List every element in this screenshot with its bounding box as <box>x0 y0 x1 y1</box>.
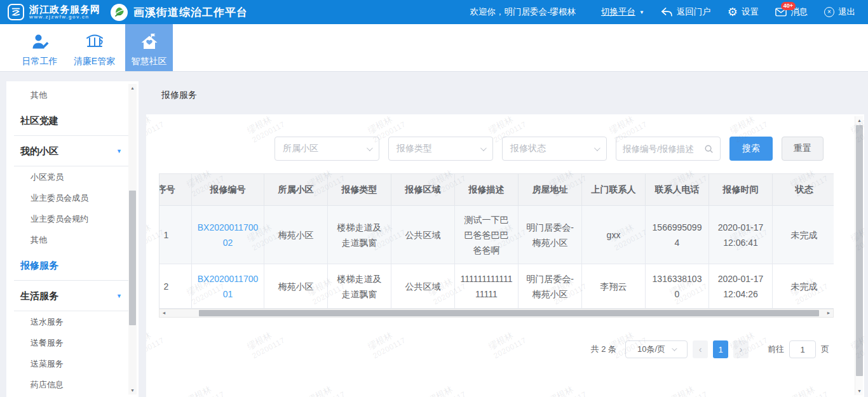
panel-vertical-scrollbar[interactable]: ▲ ▼ <box>855 116 863 395</box>
platform-title: 画溪街道综治工作平台 <box>133 5 248 20</box>
sidebar-item[interactable]: 生活服务▼ <box>14 281 130 311</box>
back-arrow-icon <box>661 7 673 17</box>
scroll-up-icon[interactable]: ▲ <box>128 84 137 92</box>
repair-code-link[interactable]: BX202001170002 <box>198 222 259 248</box>
user-pencil-icon <box>31 32 50 51</box>
table-header-row: 序号报修编号所属小区报修类型报修区域报修描述房屋地址上门联系人联系人电话报修时间… <box>159 174 834 206</box>
watermark: 缪根林20200117 <box>306 380 347 397</box>
keyword-search-input[interactable] <box>623 144 704 154</box>
house-heart-icon <box>140 32 159 51</box>
sidebar-item[interactable]: 小区党员 <box>6 166 139 187</box>
scroll-left-icon[interactable]: ◄ <box>159 309 168 317</box>
page-size-value: 10条/页 <box>637 344 665 355</box>
table-cell-type: 楼梯走道及走道飘窗 <box>328 264 391 309</box>
table-column-header: 房屋地址 <box>519 174 582 206</box>
table-column-header: 报修时间 <box>709 174 773 206</box>
envelope-icon-wrap: 40+ <box>775 8 787 17</box>
scroll-down-icon[interactable]: ▼ <box>855 387 864 395</box>
table-cell-contact: 李翔云 <box>582 264 646 309</box>
tab-label: 日常工作 <box>22 56 58 67</box>
goto-prefix-label: 前往 <box>768 344 784 355</box>
brand-area: 浙江政务服务网 www.zjzwfw.gov.cn 画溪街道综治工作平台 <box>0 4 248 21</box>
table-column-header: 上门联系人 <box>582 174 646 206</box>
table-column-header: 所属小区 <box>264 174 328 206</box>
goto-page-group: 前往 页 <box>768 340 829 358</box>
main-content-column: 报修服务 缪根林20200117缪根林20200117缪根林20200117缪根… <box>141 72 868 397</box>
prev-page-button[interactable]: ‹ <box>693 340 708 358</box>
sidebar-item[interactable]: 药店信息 <box>6 374 139 395</box>
sidebar-item[interactable]: 业主委员会规约 <box>6 208 139 229</box>
sidebar-item[interactable]: 社区党建 <box>14 105 130 136</box>
top-header-bar: 浙江政务服务网 www.zjzwfw.gov.cn 画溪街道综治工作平台 欢迎你… <box>0 0 868 24</box>
repair-type-select[interactable]: 报修类型 <box>388 137 493 161</box>
sidebar-column: 其他社区党建我的小区▼小区党员业主委员会成员业主委员会规约其他报修服务生活服务▼… <box>0 72 141 397</box>
table-column-header: 报修描述 <box>455 174 519 206</box>
sidebar-item[interactable]: 送菜服务 <box>6 353 139 374</box>
sidebar-item[interactable]: 其他 <box>6 229 139 250</box>
chevron-down-icon <box>480 145 487 151</box>
site-url: www.zjzwfw.gov.cn <box>29 15 100 20</box>
community-select-placeholder: 所属小区 <box>283 143 318 154</box>
repair-status-select[interactable]: 报修状态 <box>502 137 607 161</box>
caret-down-icon: ▼ <box>639 10 644 15</box>
table-row: 1BX202001170002梅苑小区楼梯走道及走道飘窗公共区域测试一下巴巴爸爸… <box>159 206 834 264</box>
current-page-button[interactable]: 1 <box>713 340 728 358</box>
settings-button[interactable]: ⚙ 设置 <box>728 6 759 18</box>
watermark: 缪根林20200117 <box>426 380 468 397</box>
tab-daily-work[interactable]: 日常工作 <box>16 24 64 71</box>
page-size-select[interactable]: 10条/页 <box>625 340 688 358</box>
scroll-up-icon[interactable]: ▲ <box>855 116 864 124</box>
table-cell-community: 梅苑小区 <box>264 264 328 309</box>
goto-page-input[interactable] <box>789 340 816 358</box>
scroll-down-icon[interactable]: ▼ <box>128 386 137 394</box>
switch-platform-button[interactable]: 切换平台 ▼ <box>601 6 644 18</box>
sidebar-item[interactable]: 送水服务 <box>6 311 139 332</box>
horizontal-scrollbar-thumb[interactable] <box>199 310 819 316</box>
site-name: 浙江政务服务网 <box>29 4 100 15</box>
tab-label: 智慧社区 <box>132 56 167 67</box>
reset-button[interactable]: 重置 <box>782 137 824 161</box>
table-horizontal-scrollbar[interactable]: ◄ ► <box>159 309 834 318</box>
return-portal-label: 返回门户 <box>677 6 711 18</box>
content-panel: 缪根林20200117缪根林20200117缪根林20200117缪根林2020… <box>146 114 864 397</box>
community-select[interactable]: 所属小区 <box>275 137 379 161</box>
watermark: 缪根林20200117 <box>487 326 528 361</box>
repair-code-link[interactable]: BX202001170001 <box>198 274 259 299</box>
sidebar-scrollbar[interactable]: ▲ ▼ <box>128 84 137 394</box>
panel-scrollbar-thumb[interactable] <box>856 125 863 376</box>
table-cell-index: 1 <box>159 206 192 264</box>
chevron-down-icon <box>367 145 373 151</box>
table-cell-type: 楼梯走道及走道飘窗 <box>328 206 391 264</box>
messages-button[interactable]: 40+ 消息 <box>775 6 808 18</box>
keyword-search-field[interactable] <box>616 137 721 161</box>
sidebar-item[interactable]: 我的小区▼ <box>14 136 130 166</box>
table-cell-phone: 13163381030 <box>646 264 709 309</box>
table-column-header: 报修类型 <box>328 174 391 206</box>
sidebar-item[interactable]: 业主委员会成员 <box>6 187 139 208</box>
filter-toolbar: 所属小区 报修类型 报修状态 搜索 重置 <box>275 137 824 161</box>
switch-platform-label: 切换平台 <box>601 6 635 18</box>
logout-icon: × <box>824 7 834 17</box>
sidebar-item[interactable]: 送餐服务 <box>6 332 139 353</box>
table-cell-area: 公共区域 <box>391 206 455 264</box>
repair-type-placeholder: 报修类型 <box>397 143 432 154</box>
watermark: 缪根林20200117 <box>146 326 166 361</box>
sidebar-scrollbar-thumb[interactable] <box>129 191 136 325</box>
table-cell-status: 未完成 <box>773 264 834 309</box>
sidebar-item[interactable]: 报修服务 <box>14 250 130 281</box>
next-page-button[interactable]: › <box>733 340 749 358</box>
tab-qinglian-e[interactable]: 清廉E管家 <box>71 24 118 71</box>
welcome-text: 欢迎你，明门居委会-缪根林 <box>470 6 576 18</box>
page-body: 其他社区党建我的小区▼小区党员业主委员会成员业主委员会规约其他报修服务生活服务▼… <box>0 72 868 397</box>
table-column-header: 联系人电话 <box>646 174 709 206</box>
sidebar-item[interactable]: 其他 <box>6 84 139 105</box>
search-button[interactable]: 搜索 <box>729 137 773 161</box>
table-cell-desc: 测试一下巴巴爸爸巴巴爸爸啊 <box>455 206 519 264</box>
logout-button[interactable]: × 退出 <box>824 6 855 18</box>
scroll-right-icon[interactable]: ► <box>824 309 833 317</box>
header-actions: 欢迎你，明门居委会-缪根林 切换平台 ▼ 返回门户 ⚙ 设置 40+ 消息 × <box>470 6 868 18</box>
return-portal-button[interactable]: 返回门户 <box>661 6 711 18</box>
caret-down-icon: ▼ <box>116 136 122 166</box>
tab-smart-community[interactable]: 智慧社区 <box>125 24 173 71</box>
sidebar-menu: 其他社区党建我的小区▼小区党员业主委员会成员业主委员会规约其他报修服务生活服务▼… <box>6 81 139 397</box>
